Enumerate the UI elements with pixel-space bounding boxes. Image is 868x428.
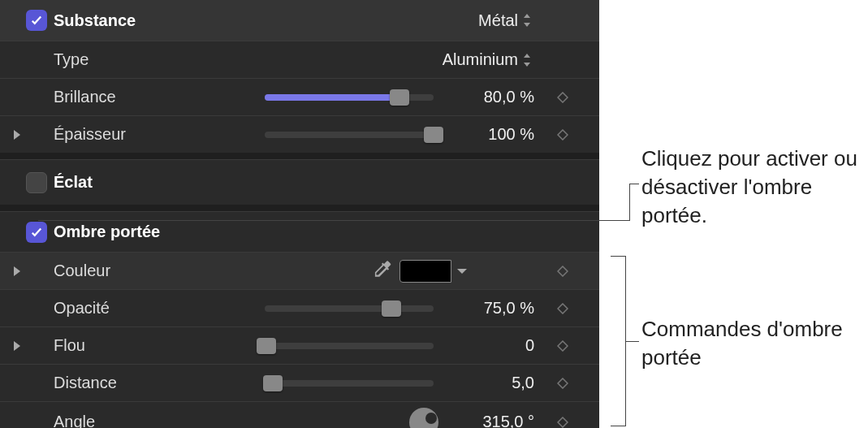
epaisseur-value[interactable]: 100 %: [445, 125, 534, 144]
angle-row: Angle 315,0 °: [0, 401, 599, 428]
callout-line: [611, 426, 625, 426]
type-value: Aluminium: [443, 50, 518, 69]
callout-line: [629, 184, 639, 184]
popup-arrows-icon: [523, 14, 531, 27]
opacite-row: Opacité 75,0 %: [0, 289, 599, 326]
couleur-keyframe[interactable]: [534, 266, 591, 277]
epaisseur-keyframe[interactable]: [534, 129, 591, 141]
couleur-label: Couleur: [54, 262, 192, 280]
keyframe-icon: [557, 129, 568, 141]
color-popup-arrow[interactable]: [453, 260, 471, 283]
angle-label: Angle: [54, 413, 192, 428]
flou-value[interactable]: 0: [445, 336, 534, 355]
eyedropper-button[interactable]: [372, 258, 393, 283]
distance-label: Distance: [54, 374, 192, 392]
callout-line: [625, 341, 639, 342]
substance-value: Métal: [478, 11, 518, 30]
couleur-row: Couleur: [0, 252, 599, 289]
epaisseur-row: Épaisseur 100 %: [0, 115, 599, 153]
opacite-slider[interactable]: [265, 305, 434, 312]
distance-slider[interactable]: [265, 380, 434, 387]
type-popup[interactable]: Aluminium: [443, 50, 534, 69]
distance-row: Distance 5,0: [0, 364, 599, 401]
flou-slider[interactable]: [265, 343, 434, 349]
eclat-label: Éclat: [54, 173, 192, 192]
chevron-down-icon: [456, 267, 468, 275]
angle-keyframe[interactable]: [534, 417, 591, 428]
epaisseur-label: Épaisseur: [54, 125, 192, 144]
callout-line: [629, 184, 630, 221]
keyframe-icon: [557, 303, 568, 314]
disclosure-right-icon: [12, 266, 22, 277]
epaisseur-slider[interactable]: [265, 132, 434, 138]
ombre-row: Ombre portée: [0, 211, 599, 252]
popup-arrows-icon: [523, 54, 531, 67]
check-icon: [29, 225, 44, 240]
color-swatch[interactable]: [399, 260, 451, 283]
distance-value[interactable]: 5,0: [445, 374, 534, 392]
callout-line: [38, 220, 629, 221]
flou-disclosure[interactable]: [8, 340, 26, 352]
angle-value[interactable]: 315,0 °: [445, 413, 534, 428]
brillance-slider[interactable]: [265, 94, 434, 101]
opacite-keyframe[interactable]: [534, 303, 591, 314]
disclosure-right-icon: [12, 340, 22, 352]
substance-checkbox[interactable]: [26, 10, 47, 31]
check-icon: [29, 13, 44, 28]
inspector-panel: Substance Métal Type Aluminium Brillance: [0, 0, 599, 428]
substance-label: Substance: [54, 11, 192, 30]
eyedropper-icon: [372, 258, 393, 279]
type-row: Type Aluminium: [0, 41, 599, 78]
substance-popup[interactable]: Métal: [478, 11, 534, 30]
angle-dial[interactable]: [409, 408, 438, 429]
annotation-toggle-shadow: Cliquez pour activer ou désactiver l'omb…: [641, 145, 861, 230]
disclosure-right-icon: [12, 129, 22, 141]
callout-line: [611, 256, 625, 257]
eclat-checkbox[interactable]: [26, 172, 47, 193]
brillance-keyframe[interactable]: [534, 92, 591, 103]
keyframe-icon: [557, 340, 568, 352]
brillance-value[interactable]: 80,0 %: [445, 88, 534, 106]
epaisseur-disclosure[interactable]: [8, 129, 26, 141]
keyframe-icon: [557, 378, 568, 389]
ombre-label: Ombre portée: [54, 223, 192, 241]
brillance-label: Brillance: [54, 88, 192, 106]
flou-row: Flou 0: [0, 326, 599, 364]
opacite-label: Opacité: [54, 299, 192, 318]
type-label: Type: [54, 50, 192, 69]
annotation-shadow-controls: Commandes d'ombre portée: [641, 315, 861, 372]
keyframe-icon: [557, 417, 568, 428]
substance-row: Substance Métal: [0, 0, 599, 41]
distance-keyframe[interactable]: [534, 378, 591, 389]
eclat-row: Éclat: [0, 159, 599, 205]
flou-keyframe[interactable]: [534, 340, 591, 352]
brillance-row: Brillance 80,0 %: [0, 78, 599, 115]
ombre-checkbox[interactable]: [26, 222, 47, 243]
flou-label: Flou: [54, 336, 192, 355]
opacite-value[interactable]: 75,0 %: [445, 299, 534, 318]
couleur-disclosure[interactable]: [8, 266, 26, 277]
keyframe-icon: [557, 92, 568, 103]
keyframe-icon: [557, 266, 568, 277]
